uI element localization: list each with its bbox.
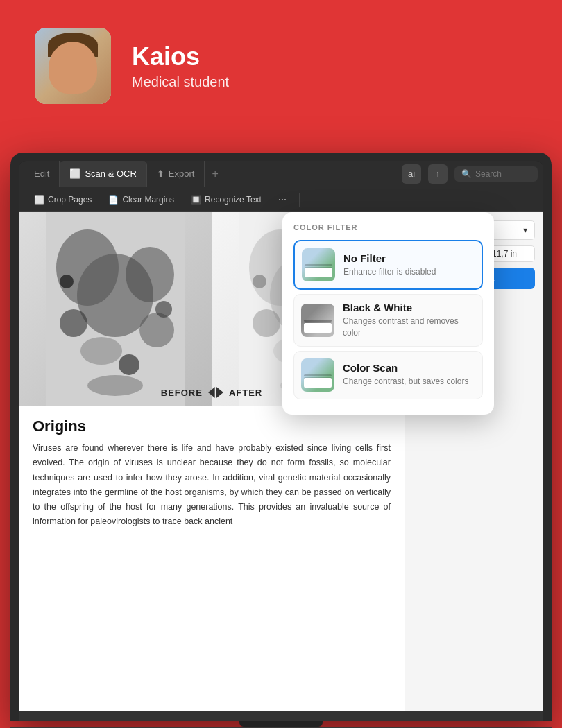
tab-bar: Edit ⬜ Scan & OCR ⬆ Export + ai ↑	[19, 161, 543, 187]
black-white-desc: Changes contrast and removes color	[343, 315, 475, 339]
crop-pages-button[interactable]: ⬜ Crop Pages	[27, 192, 99, 207]
scan-icon: ⬜	[69, 168, 80, 179]
ai-icon: ai	[408, 168, 415, 179]
color-scan-name: Color Scan	[343, 362, 475, 374]
black-white-name: Black & White	[343, 302, 475, 313]
margins-icon: 📄	[108, 195, 119, 205]
avatar	[35, 28, 111, 104]
tab-scan-ocr-label: Scan & OCR	[85, 168, 136, 179]
color-scan-option[interactable]: Color Scan Change contrast, but saves co…	[293, 351, 483, 399]
recognize-text-button[interactable]: 🔲 Recognize Text	[184, 192, 269, 207]
svg-point-6	[80, 337, 122, 365]
toolbar-divider	[299, 193, 300, 207]
recognize-text-label: Recognize Text	[205, 195, 262, 205]
no-filter-name: No Filter	[343, 252, 475, 264]
tab-edit[interactable]: Edit	[24, 161, 60, 187]
laptop-screen: Edit ⬜ Scan & OCR ⬆ Export + ai ↑	[19, 161, 543, 711]
svg-point-15	[253, 309, 280, 337]
tab-right-controls: ai ↑ 🔍 Search	[402, 164, 538, 184]
svg-point-5	[139, 313, 174, 347]
profile-title: Medical student	[132, 74, 229, 90]
color-scan-desc: Change contrast, but saves colors	[343, 376, 475, 388]
tab-scan-ocr[interactable]: ⬜ Scan & OCR	[60, 161, 146, 187]
document-title: Origins	[33, 417, 391, 435]
search-placeholder: Search	[475, 169, 502, 179]
svg-point-9	[155, 301, 172, 318]
crop-pages-label: Crop Pages	[48, 195, 92, 205]
color-filter-popup: COLOR FILTER No Filter Enhance filter is…	[282, 212, 494, 415]
search-bar[interactable]: 🔍 Search	[454, 166, 538, 182]
after-label: AFTER	[229, 388, 262, 398]
laptop-frame: Edit ⬜ Scan & OCR ⬆ Export + ai ↑	[0, 153, 562, 728]
color-filter-title: COLOR FILTER	[293, 223, 483, 232]
laptop-notch	[239, 721, 323, 727]
height-value: 11,7 in	[492, 249, 517, 259]
no-filter-option[interactable]: No Filter Enhance filter is disabled	[293, 240, 483, 290]
image-before	[19, 212, 212, 406]
svg-point-3	[126, 247, 174, 302]
no-filter-info: No Filter Enhance filter is disabled	[343, 252, 475, 278]
tab-export-label: Export	[169, 168, 195, 179]
profile-info: Kaios Medical student	[132, 42, 229, 90]
before-label: BEFORE	[161, 388, 203, 398]
tab-export[interactable]: ⬆ Export	[147, 161, 205, 187]
share-icon: ↑	[436, 168, 441, 179]
laptop-body: Edit ⬜ Scan & OCR ⬆ Export + ai ↑	[10, 153, 552, 721]
chevron-down-icon: ▾	[523, 225, 527, 235]
black-white-option[interactable]: Black & White Changes contrast and remov…	[293, 294, 483, 347]
crop-icon: ⬜	[34, 195, 44, 205]
text-content: Origins Viruses are found wherever there…	[19, 406, 405, 541]
svg-point-10	[87, 375, 143, 396]
before-after-label: BEFORE AFTER	[161, 387, 263, 398]
black-white-info: Black & White Changes contrast and remov…	[343, 302, 475, 339]
document-body: Viruses are found wherever there is life…	[33, 441, 391, 530]
svg-point-8	[60, 275, 74, 288]
search-icon: 🔍	[461, 169, 472, 179]
upload-icon: ⬆	[157, 168, 164, 179]
profile-section: Kaios Medical student	[0, 0, 562, 125]
profile-name: Kaios	[132, 42, 229, 71]
arrow-left-icon[interactable]	[208, 387, 215, 398]
svg-point-19	[253, 275, 266, 288]
ai-icon-button[interactable]: ai	[402, 164, 421, 184]
recognize-icon: 🔲	[191, 195, 201, 205]
tab-add-button[interactable]: +	[205, 168, 225, 180]
toolbar: ⬜ Crop Pages 📄 Clear Margins 🔲 Recognize…	[19, 187, 543, 212]
navigation-arrows[interactable]	[208, 387, 223, 398]
arrow-right-icon[interactable]	[216, 387, 223, 398]
svg-point-7	[119, 354, 139, 375]
tab-edit-label: Edit	[34, 168, 49, 179]
no-filter-thumbnail	[302, 248, 335, 281]
share-icon-button[interactable]: ↑	[428, 164, 448, 184]
more-icon: ⋯	[278, 195, 287, 205]
color-scan-thumbnail	[301, 358, 334, 392]
main-content: BEFORE AFTER Origins Viruses are found w…	[19, 212, 543, 711]
clear-margins-label: Clear Margins	[122, 195, 174, 205]
laptop-chin	[19, 711, 543, 721]
more-button[interactable]: ⋯	[271, 192, 293, 207]
no-filter-desc: Enhance filter is disabled	[343, 266, 475, 278]
clear-margins-button[interactable]: 📄 Clear Margins	[101, 192, 181, 207]
svg-point-4	[60, 309, 87, 337]
color-scan-info: Color Scan Change contrast, but saves co…	[343, 362, 475, 388]
black-white-thumbnail	[301, 304, 334, 337]
